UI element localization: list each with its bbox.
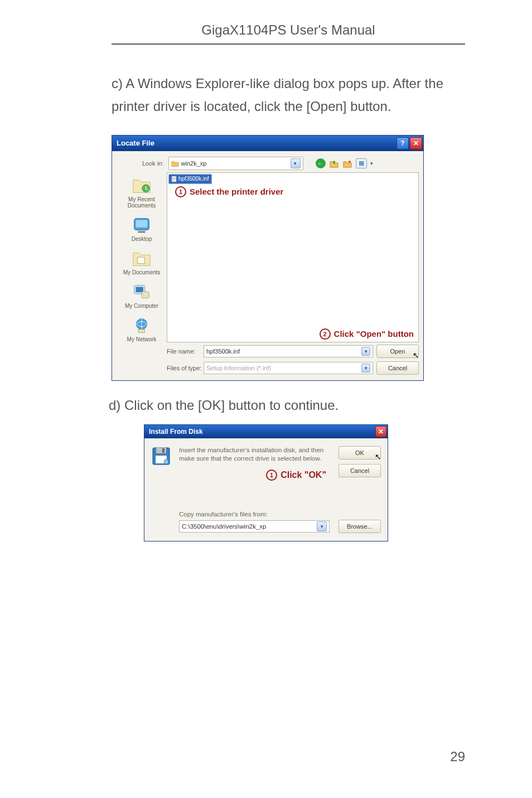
selected-file-name: hpf3500k.inf xyxy=(178,176,209,182)
views-icon[interactable]: ▦ xyxy=(356,158,367,168)
selected-file[interactable]: hpf3500k.inf xyxy=(168,174,212,184)
cancel-button[interactable]: Cancel xyxy=(338,464,381,477)
recent-documents-icon xyxy=(131,176,152,195)
annotation-2-text: Click "Open" button xyxy=(334,329,414,338)
place-recent[interactable]: My Recent Documents xyxy=(128,176,156,209)
copy-files-row: C:\3500\enu\drivers\win2k_xp ▾ Browse... xyxy=(179,520,381,533)
place-network[interactable]: My Network xyxy=(127,316,157,342)
locate-file-main: My Recent Documents Desktop xyxy=(117,172,419,342)
svg-rect-5 xyxy=(136,287,143,292)
annotation-2-num: 2 xyxy=(320,328,331,340)
filename-input[interactable]: hpf3500k.inf ▾ xyxy=(204,345,373,357)
annotation-1: 1 Select the printer driver xyxy=(175,186,283,197)
svg-rect-3 xyxy=(137,257,144,263)
annotation-2: 2 Click "Open" button xyxy=(320,328,414,340)
place-desktop[interactable]: Desktop xyxy=(131,215,152,242)
places-bar: My Recent Documents Desktop xyxy=(117,172,167,342)
locate-file-titlebar: Locate File ? ✕ xyxy=(112,136,423,151)
close-button[interactable]: ✕ xyxy=(410,137,422,149)
look-in-label: Look in: xyxy=(142,160,164,167)
paragraph-c: c) A Windows Explorer-like dialog box po… xyxy=(112,72,465,118)
page: GigaX1104PS User's Manual c) A Windows E… xyxy=(0,0,532,798)
filetype-label: Files of type: xyxy=(167,365,204,371)
svg-point-14 xyxy=(164,460,168,464)
chevron-down-icon[interactable]: ▾ xyxy=(291,158,301,168)
back-icon[interactable]: ← xyxy=(316,158,326,168)
floppy-icon xyxy=(151,446,171,466)
look-in-dropdown[interactable]: win2k_xp ▾ xyxy=(168,157,303,170)
locate-file-body: Look in: win2k_xp ▾ ← ▦ xyxy=(112,151,423,380)
install-from-disk-lower: Copy manufacturer's files from: C:\3500\… xyxy=(179,511,381,533)
file-toolbar: ← ▦ ▾ xyxy=(316,158,373,168)
svg-rect-8 xyxy=(138,329,144,332)
locate-file-dialog: Locate File ? ✕ Look in: win2k_xp ▾ ← xyxy=(112,135,424,381)
chevron-down-icon[interactable]: ▾ xyxy=(361,347,370,356)
new-folder-icon[interactable] xyxy=(342,158,352,168)
svg-rect-11 xyxy=(156,448,166,453)
my-computer-icon xyxy=(131,282,152,301)
look-in-value: win2k_xp xyxy=(181,160,288,167)
cursor-icon: ↖ xyxy=(375,452,381,461)
place-documents[interactable]: My Documents xyxy=(123,249,161,275)
file-list-area[interactable]: hpf3500k.inf 1 Select the printer driver… xyxy=(167,172,419,342)
path-value: C:\3500\enu\drivers\win2k_xp xyxy=(182,523,267,530)
place-computer[interactable]: My Computer xyxy=(125,282,158,309)
titlebar-buttons: ? ✕ xyxy=(396,137,422,149)
annotation-1-num: 1 xyxy=(175,186,186,197)
desktop-icon xyxy=(131,215,152,234)
filetype-input[interactable]: Setup Information (*.inf) ▾ xyxy=(204,362,373,374)
copy-files-label: Copy manufacturer's files from: xyxy=(179,511,381,518)
place-computer-label: My Computer xyxy=(125,303,158,309)
chevron-down-icon[interactable]: ▾ xyxy=(317,521,327,531)
install-from-disk-title: Install From Disk xyxy=(149,428,203,436)
folder-icon xyxy=(171,160,179,167)
annotation-ifd: 1 Click "OK" xyxy=(266,470,326,481)
path-input[interactable]: C:\3500\enu\drivers\win2k_xp ▾ xyxy=(179,520,330,533)
install-from-disk-dialog: Install From Disk ✕ Insert the manufactu… xyxy=(144,424,388,541)
install-from-disk-buttons: OK ↖ Cancel xyxy=(335,446,381,477)
annotation-ifd-text: Click "OK" xyxy=(280,470,326,480)
ok-button[interactable]: OK ↖ xyxy=(338,446,381,460)
close-button[interactable]: ✕ xyxy=(375,426,386,437)
page-number: 29 xyxy=(450,749,465,765)
chevron-down-icon[interactable]: ▾ xyxy=(361,364,370,373)
place-recent-label: My Recent Documents xyxy=(128,196,156,209)
install-from-disk-message: Insert the manufacturer's installation d… xyxy=(179,446,327,463)
annotation-ifd-num: 1 xyxy=(266,470,277,481)
page-header: GigaX1104PS User's Manual xyxy=(112,22,465,45)
browse-button[interactable]: Browse... xyxy=(338,520,381,533)
my-documents-icon xyxy=(131,249,152,268)
locate-file-bottom: File name: hpf3500k.inf ▾ Open ↖ Files o… xyxy=(117,345,419,375)
place-desktop-label: Desktop xyxy=(132,236,152,242)
open-button[interactable]: Open ↖ xyxy=(376,345,419,358)
install-from-disk-body: Insert the manufacturer's installation d… xyxy=(144,438,388,541)
locate-file-title: Locate File xyxy=(117,139,154,147)
views-menu-icon[interactable]: ▾ xyxy=(370,161,373,166)
paragraph-d: d) Click on the [OK] button to continue. xyxy=(109,398,465,413)
help-button[interactable]: ? xyxy=(396,137,409,149)
my-network-icon xyxy=(131,316,152,335)
annotation-1-text: Select the printer driver xyxy=(190,187,283,196)
svg-rect-12 xyxy=(162,448,165,453)
cancel-button[interactable]: Cancel xyxy=(376,361,419,375)
filename-label: File name: xyxy=(167,348,204,355)
look-in-row: Look in: win2k_xp ▾ ← ▦ xyxy=(142,157,419,170)
place-documents-label: My Documents xyxy=(123,269,161,275)
install-from-disk-titlebar: Install From Disk ✕ xyxy=(144,425,388,438)
filename-value: hpf3500k.inf xyxy=(206,348,240,355)
header-area: GigaX1104PS User's Manual c) A Windows E… xyxy=(112,22,465,118)
svg-rect-6 xyxy=(142,292,149,298)
up-folder-icon[interactable] xyxy=(329,158,339,168)
filetype-value: Setup Information (*.inf) xyxy=(206,365,271,371)
place-network-label: My Network xyxy=(127,336,157,342)
cursor-icon: ↖ xyxy=(413,351,419,360)
svg-rect-2 xyxy=(136,220,148,227)
